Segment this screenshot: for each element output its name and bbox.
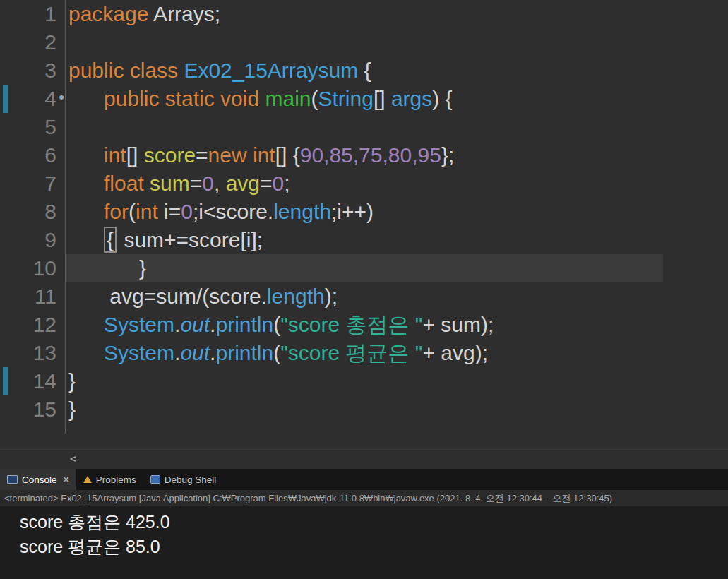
code-line[interactable]: 1package Arrays; [0, 0, 728, 28]
marker-bar [0, 311, 10, 339]
code-line[interactable]: 10 } [0, 254, 728, 282]
line-number[interactable]: 12 [10, 311, 65, 339]
marker-bar [0, 198, 10, 226]
code-line[interactable]: 2 [0, 28, 728, 56]
change-marker [3, 367, 8, 395]
code-text[interactable]: for(int i=0;i<score.length;i++) [66, 198, 663, 226]
code-text[interactable] [66, 113, 663, 141]
terminated-status-text: <terminated> Ex02_15Arraysum [Java Appli… [4, 493, 612, 503]
marker-bar [0, 141, 10, 169]
code-line[interactable]: 13 System.out.println("score 평균은 "+ avg)… [0, 339, 728, 367]
code-editor[interactable]: 1package Arrays;23public class Ex02_15Ar… [0, 0, 728, 449]
line-number[interactable]: 3 [10, 56, 65, 85]
line-number[interactable]: 8 [10, 198, 65, 226]
line-number[interactable]: 6 [10, 141, 65, 169]
code-text[interactable]: package Arrays; [66, 0, 663, 28]
marker-bar [0, 85, 10, 113]
console-output-line: score 평균은 85.0 [20, 535, 728, 559]
tab-console[interactable]: Console × [0, 469, 76, 490]
line-number[interactable]: 14 [10, 367, 65, 395]
console-output-line: score 총점은 425.0 [20, 510, 728, 535]
gutter-separator [65, 0, 66, 434]
line-number[interactable]: 7 [10, 169, 65, 198]
code-text[interactable]: public class Ex02_15Arraysum { [66, 56, 663, 85]
code-line[interactable]: 5 [0, 113, 728, 141]
tab-debug-shell[interactable]: Debug Shell [143, 469, 224, 490]
close-icon[interactable]: × [64, 474, 69, 485]
code-line[interactable]: 12 System.out.println("score 총점은 "+ sum)… [0, 311, 728, 339]
console-output[interactable]: score 총점은 425.0 score 평균은 85.0 [0, 506, 728, 579]
code-text[interactable]: { sum+=score[i]; [66, 226, 663, 254]
line-number[interactable]: 4• [10, 85, 65, 113]
marker-bar [0, 254, 10, 282]
horizontal-scrollbar[interactable]: < [0, 449, 728, 469]
line-number[interactable]: 15 [10, 395, 65, 424]
console-tabbar: Console × Problems Debug Shell [0, 469, 728, 490]
marker-bar [0, 395, 10, 424]
code-text[interactable]: int[] score=new int[] {90,85,75,80,95}; [66, 141, 663, 169]
code-line[interactable]: 8 for(int i=0;i<score.length;i++) [0, 198, 728, 226]
line-number[interactable]: 5 [10, 113, 65, 141]
marker-bar [0, 339, 10, 367]
editor-lines: 1package Arrays;23public class Ex02_15Ar… [0, 0, 728, 424]
line-number[interactable]: 1 [10, 0, 65, 28]
debug-shell-icon [150, 475, 160, 484]
problems-icon [83, 476, 92, 483]
marker-bar [0, 113, 10, 141]
code-text[interactable]: } [66, 254, 663, 282]
code-line[interactable]: 14} [0, 367, 728, 395]
marker-bar [0, 169, 10, 198]
tab-label: Debug Shell [165, 474, 217, 485]
code-text[interactable]: } [66, 367, 663, 395]
code-text[interactable]: System.out.println("score 총점은 "+ sum); [66, 311, 663, 339]
scroll-left-icon[interactable]: < [70, 453, 76, 465]
tab-label: Console [22, 474, 57, 485]
code-line[interactable]: 3public class Ex02_15Arraysum { [0, 56, 728, 85]
code-text[interactable]: avg=sum/(score.length); [66, 282, 663, 311]
line-marker-dot: • [59, 83, 64, 112]
change-marker [3, 85, 8, 113]
marker-bar [0, 0, 10, 28]
code-text[interactable]: System.out.println("score 평균은 "+ avg); [66, 339, 663, 367]
marker-bar [0, 282, 10, 311]
line-number[interactable]: 9 [10, 226, 65, 254]
marker-bar [0, 28, 10, 56]
line-number[interactable]: 2 [10, 28, 65, 56]
code-text[interactable]: public static void main(String[] args) { [66, 85, 663, 113]
line-number[interactable]: 13 [10, 339, 65, 367]
console-status-line: <terminated> Ex02_15Arraysum [Java Appli… [0, 490, 728, 506]
code-line[interactable]: 11 avg=sum/(score.length); [0, 282, 728, 311]
code-line[interactable]: 4• public static void main(String[] args… [0, 85, 728, 113]
tab-problems[interactable]: Problems [76, 469, 143, 490]
code-text[interactable] [66, 28, 663, 56]
marker-bar [0, 367, 10, 395]
line-number[interactable]: 11 [10, 282, 65, 311]
code-line[interactable]: 7 float sum=0, avg=0; [0, 169, 728, 198]
tab-label: Problems [96, 474, 136, 485]
code-line[interactable]: 9 { sum+=score[i]; [0, 226, 728, 254]
code-text[interactable]: float sum=0, avg=0; [66, 169, 663, 198]
console-icon [7, 475, 18, 484]
marker-bar [0, 56, 10, 85]
line-number[interactable]: 10 [10, 254, 65, 282]
code-line[interactable]: 6 int[] score=new int[] {90,85,75,80,95}… [0, 141, 728, 169]
code-text[interactable]: } [66, 395, 663, 424]
code-line[interactable]: 15} [0, 395, 728, 424]
marker-bar [0, 226, 10, 254]
